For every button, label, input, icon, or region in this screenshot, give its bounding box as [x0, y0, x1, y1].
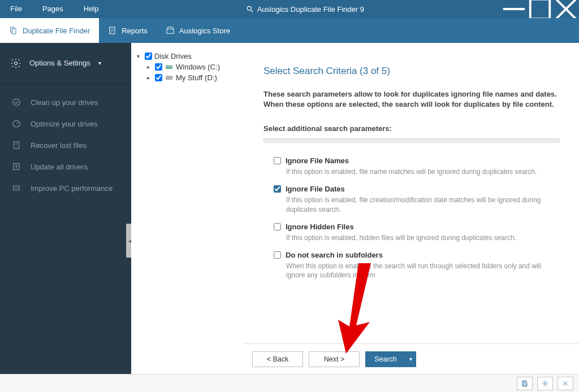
option-hint: If this option is enabled, file creation… — [286, 195, 560, 215]
close-button[interactable] — [553, 0, 579, 18]
drive-icon — [165, 64, 174, 71]
expand-arrow-icon: ▸ — [147, 75, 153, 81]
options-label: Options & Settings — [29, 59, 90, 67]
expand-arrow-icon: ▸ — [147, 64, 153, 70]
close-icon — [561, 380, 569, 387]
minimize-button[interactable] — [501, 0, 527, 18]
store-icon — [166, 26, 175, 35]
svg-rect-28 — [524, 384, 526, 386]
checkbox[interactable] — [274, 185, 281, 193]
svg-rect-17 — [14, 142, 19, 149]
option-ignore-file-names[interactable]: Ignore File Names — [274, 156, 560, 165]
option-hint: When this option is enabled, the search … — [286, 262, 560, 281]
svg-rect-27 — [524, 381, 526, 382]
gear-icon — [10, 58, 21, 69]
tab-duplicate-file-finder[interactable]: Duplicate File Finder — [0, 18, 99, 43]
wizard-sub-label: Select additional search parameters: — [263, 124, 560, 133]
tab-label: Reports — [122, 27, 148, 35]
save-icon — [521, 380, 529, 387]
sidebar-item-cleanup[interactable]: Clean up your drives — [0, 92, 131, 113]
option-ignore-file-dates[interactable]: Ignore File Dates — [274, 185, 560, 193]
svg-point-14 — [13, 99, 20, 106]
speed-icon — [11, 183, 21, 193]
tree-checkbox[interactable] — [155, 63, 162, 71]
maximize-button[interactable] — [527, 0, 553, 18]
wizard-button-bar: < Back Next > Search — [244, 343, 579, 374]
settings-button[interactable] — [537, 377, 553, 390]
tab-reports[interactable]: Reports — [99, 18, 157, 43]
tree-root-label: Disk Drives — [154, 52, 192, 60]
tree-checkbox[interactable] — [155, 74, 162, 81]
wizard-description: These search parameters allow to look fo… — [263, 89, 560, 110]
save-button[interactable] — [517, 377, 533, 390]
app-title: Auslogics Duplicate File Finder 9 — [257, 5, 364, 14]
tab-label: Auslogics Store — [179, 27, 230, 35]
svg-point-0 — [247, 6, 251, 10]
svg-rect-25 — [166, 76, 172, 79]
sidebar-item-label: Recover lost files — [31, 141, 87, 150]
wizard-step-counter: (3 of 5) — [360, 66, 390, 76]
sidebar-item-optimize[interactable]: Optimize your drives — [0, 113, 131, 134]
svg-line-1 — [250, 10, 253, 12]
app-logo-icon — [246, 5, 254, 13]
menu-file[interactable]: File — [0, 0, 32, 18]
svg-rect-24 — [166, 67, 172, 68]
tab-auslogics-store[interactable]: Auslogics Store — [157, 18, 239, 43]
sidebar-item-improve-performance[interactable]: Improve PC performance — [0, 177, 131, 199]
svg-point-29 — [544, 382, 546, 385]
sidebar-item-update-drivers[interactable]: Update all drivers — [0, 156, 131, 177]
back-button[interactable]: < Back — [252, 351, 303, 367]
option-label: Ignore File Dates — [286, 185, 345, 193]
sidebar-item-label: Clean up your drives — [31, 98, 98, 107]
svg-rect-12 — [167, 29, 174, 33]
svg-point-13 — [15, 62, 18, 64]
option-ignore-hidden-files[interactable]: Ignore Hidden Files — [274, 223, 560, 231]
broom-icon — [11, 97, 21, 107]
options-settings[interactable]: Options & Settings ▾ — [0, 43, 131, 84]
menu-help[interactable]: Help — [74, 0, 109, 18]
checkbox[interactable] — [274, 223, 281, 230]
gear-icon — [541, 380, 549, 387]
svg-line-16 — [16, 122, 18, 124]
option-label: Do not search in subfolders — [286, 251, 383, 259]
tree-item-drive-c[interactable]: ▸ Windows (C:) — [131, 62, 244, 72]
tab-bar: Duplicate File Finder Reports Auslogics … — [0, 18, 579, 43]
tree-root-checkbox[interactable] — [145, 53, 152, 60]
drive-icon — [165, 75, 174, 81]
wizard-heading: Select Search Criteria (3 of 5) — [263, 66, 560, 77]
next-button[interactable]: Next > — [309, 351, 360, 367]
checkbox[interactable] — [274, 157, 281, 164]
gauge-icon — [11, 119, 21, 129]
update-icon — [11, 162, 21, 172]
menu-pages[interactable]: Pages — [32, 0, 74, 18]
files-icon — [9, 26, 18, 35]
chevron-down-icon: ▾ — [98, 60, 101, 66]
report-icon — [108, 26, 117, 35]
title-bar: File Pages Help Auslogics Duplicate File… — [0, 0, 579, 18]
collapse-arrow-icon: ▾ — [137, 53, 142, 59]
sidebar-item-label: Improve PC performance — [31, 184, 113, 193]
sidebar-item-label: Optimize your drives — [31, 120, 97, 128]
option-hint: If this option is enabled, hidden files … — [286, 233, 560, 243]
tree-item-drive-d[interactable]: ▸ My Stuff (D:) — [131, 72, 244, 83]
sidebar-item-recover[interactable]: Recover lost files — [0, 134, 131, 156]
tree-item-label: My Stuff (D:) — [176, 73, 217, 82]
wizard-panel: Select Search Criteria (3 of 5) These se… — [244, 43, 579, 374]
option-label: Ignore File Names — [286, 156, 349, 165]
drive-tree: ▾ Disk Drives ▸ Windows (C:) ▸ My Stuff … — [131, 43, 244, 374]
checkbox[interactable] — [274, 251, 281, 259]
wizard-heading-text: Select Search Criteria — [263, 66, 357, 76]
section-divider — [263, 138, 560, 143]
exit-button[interactable] — [558, 377, 573, 390]
option-label: Ignore Hidden Files — [286, 223, 354, 231]
tree-item-label: Windows (C:) — [176, 63, 220, 71]
svg-rect-7 — [12, 29, 16, 34]
tree-root[interactable]: ▾ Disk Drives — [131, 51, 244, 62]
status-bar — [0, 374, 579, 392]
sidebar: Options & Settings ▾ Clean up your drive… — [0, 43, 131, 374]
recover-icon — [11, 140, 21, 150]
search-button[interactable]: Search — [365, 351, 416, 367]
tab-label: Duplicate File Finder — [23, 27, 90, 35]
option-hint: If this option is enabled, file name mat… — [286, 167, 560, 177]
option-no-subfolders[interactable]: Do not search in subfolders — [274, 251, 560, 259]
